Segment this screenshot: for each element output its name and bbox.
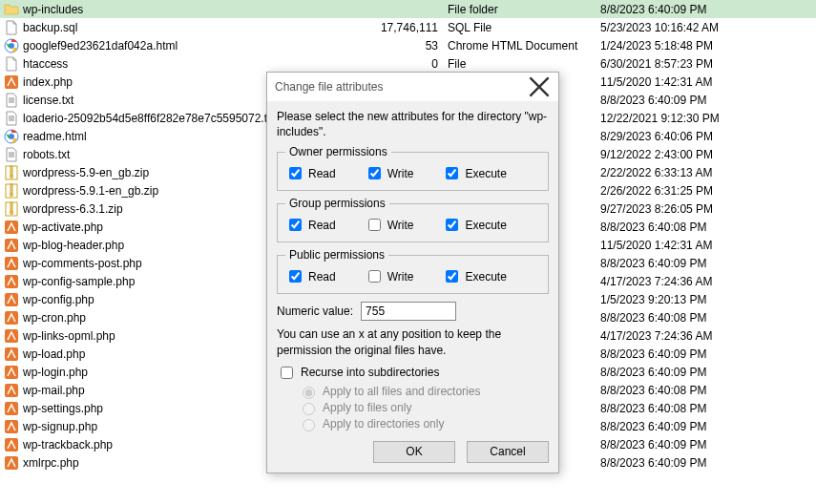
file-date: 9/27/2023 8:26:05 PM xyxy=(600,202,816,216)
file-date: 6/30/2021 8:57:23 PM xyxy=(600,57,816,71)
file-name: wp-mail.php xyxy=(23,384,85,397)
zip-icon xyxy=(4,165,19,180)
file-name: wp-cron.php xyxy=(23,311,86,325)
owner-execute-checkbox[interactable]: Execute xyxy=(442,164,506,182)
file-name: robots.txt xyxy=(23,148,70,161)
svg-rect-9 xyxy=(10,184,12,194)
dialog-titlebar: Change file attributes xyxy=(267,73,558,101)
file-date: 1/5/2023 9:20:13 PM xyxy=(600,293,816,306)
file-date: 4/17/2023 7:24:36 AM xyxy=(600,275,816,288)
svg-rect-6 xyxy=(10,166,12,176)
php-icon xyxy=(4,365,19,380)
php-icon xyxy=(4,346,19,362)
close-icon[interactable] xyxy=(528,75,551,98)
php-icon xyxy=(4,383,19,398)
owner-write-checkbox[interactable]: Write xyxy=(365,164,414,182)
file-name: wp-login.php xyxy=(23,366,88,379)
txt-icon xyxy=(4,147,19,162)
file-type: SQL File xyxy=(448,21,600,34)
file-name: wp-blog-header.php xyxy=(23,239,124,252)
zip-icon xyxy=(4,201,19,217)
svg-rect-12 xyxy=(10,202,12,212)
file-icon xyxy=(4,20,19,35)
file-name: wp-config-sample.php xyxy=(23,275,135,288)
numeric-label: Numeric value: xyxy=(277,304,353,318)
file-date: 2/26/2022 6:31:25 PM xyxy=(600,184,816,198)
owner-legend: Owner permissions xyxy=(285,145,391,158)
file-date: 8/8/2023 6:40:08 PM xyxy=(600,402,816,415)
svg-point-13 xyxy=(10,211,13,214)
file-type: File folder xyxy=(448,3,600,16)
file-name: wp-activate.php xyxy=(23,220,103,234)
recurse-label: Recurse into subdirectories xyxy=(301,366,439,379)
php-icon xyxy=(4,328,19,344)
file-row[interactable]: googlef9ed23621daf042a.html53Chrome HTML… xyxy=(0,36,816,54)
file-row[interactable]: htaccess0File6/30/2021 8:57:23 PM xyxy=(0,54,816,73)
folder-icon xyxy=(4,2,19,17)
file-name: readme.html xyxy=(23,130,87,143)
numeric-value-input[interactable] xyxy=(361,302,456,321)
php-icon xyxy=(4,74,19,90)
php-icon xyxy=(4,419,19,434)
public-permissions-group: Public permissions Read Write Execute xyxy=(277,248,549,294)
file-date: 8/8/2023 6:40:08 PM xyxy=(600,384,816,397)
file-type: File xyxy=(448,57,600,71)
php-icon xyxy=(4,292,19,307)
file-date: 8/8/2023 6:40:09 PM xyxy=(600,456,816,470)
file-name: wordpress-6.3.1.zip xyxy=(23,202,123,216)
txt-icon xyxy=(4,111,19,126)
public-read-checkbox[interactable]: Read xyxy=(285,267,336,285)
file-name: htaccess xyxy=(23,57,68,71)
owner-read-checkbox[interactable]: Read xyxy=(285,164,336,182)
recurse-checkbox[interactable] xyxy=(281,367,293,379)
php-icon xyxy=(4,437,19,452)
file-name: wp-settings.php xyxy=(23,402,103,415)
file-name: wordpress-5.9-en_gb.zip xyxy=(23,166,149,179)
file-name: index.php xyxy=(23,75,73,89)
file-date: 8/8/2023 6:40:08 PM xyxy=(600,220,816,234)
file-row[interactable]: backup.sql17,746,111SQL File5/23/2023 10… xyxy=(0,18,816,36)
file-row[interactable]: wp-includesFile folder8/8/2023 6:40:09 P… xyxy=(0,0,816,18)
file-date: 8/8/2023 6:40:09 PM xyxy=(600,94,816,107)
cancel-button[interactable]: Cancel xyxy=(467,441,549,463)
file-name: xmlrpc.php xyxy=(23,456,79,470)
apply-dirs-radio: Apply to directories only xyxy=(298,416,549,431)
apply-files-radio: Apply to files only xyxy=(298,400,549,415)
file-size: 53 xyxy=(362,39,448,52)
file-date: 12/22/2021 9:12:30 PM xyxy=(600,112,816,125)
public-write-checkbox[interactable]: Write xyxy=(365,267,414,285)
group-execute-checkbox[interactable]: Execute xyxy=(442,216,506,234)
php-icon xyxy=(4,220,19,235)
file-date: 11/5/2020 1:42:31 AM xyxy=(600,239,816,252)
chrome-icon xyxy=(4,129,19,144)
dialog-prompt: Please select the new attributes for the… xyxy=(277,109,549,139)
php-icon xyxy=(4,238,19,253)
change-attributes-dialog: Change file attributes Please select the… xyxy=(266,72,559,473)
file-name: googlef9ed23621daf042a.html xyxy=(23,39,178,52)
file-date: 8/8/2023 6:40:09 PM xyxy=(600,420,816,433)
file-name: backup.sql xyxy=(23,21,77,34)
public-legend: Public permissions xyxy=(285,248,388,262)
file-size: 17,746,111 xyxy=(362,21,448,34)
dialog-title: Change file attributes xyxy=(275,80,528,94)
file-date: 5/23/2023 10:16:42 AM xyxy=(600,21,816,34)
file-date: 8/8/2023 6:40:09 PM xyxy=(600,438,816,452)
file-name: wp-load.php xyxy=(23,347,85,361)
file-date: 8/8/2023 6:40:08 PM xyxy=(600,311,816,325)
file-date: 4/17/2023 7:24:36 AM xyxy=(600,329,816,343)
ok-button[interactable]: OK xyxy=(373,441,455,463)
public-execute-checkbox[interactable]: Execute xyxy=(442,267,506,285)
php-icon xyxy=(4,401,19,416)
file-name: wp-links-opml.php xyxy=(23,329,115,343)
file-name: wp-comments-post.php xyxy=(23,257,142,270)
file-icon xyxy=(4,56,19,72)
svg-point-7 xyxy=(10,175,13,178)
file-date: 8/8/2023 6:40:09 PM xyxy=(600,347,816,361)
file-date: 11/5/2020 1:42:31 AM xyxy=(600,75,816,89)
group-read-checkbox[interactable]: Read xyxy=(285,216,336,234)
group-permissions-group: Group permissions Read Write Execute xyxy=(277,197,549,242)
group-write-checkbox[interactable]: Write xyxy=(365,216,414,234)
file-date: 1/24/2023 5:18:48 PM xyxy=(600,39,816,52)
txt-icon xyxy=(4,93,19,108)
file-name: loaderio-25092b54d5e8ff6f282e78e7c559507… xyxy=(23,112,276,125)
